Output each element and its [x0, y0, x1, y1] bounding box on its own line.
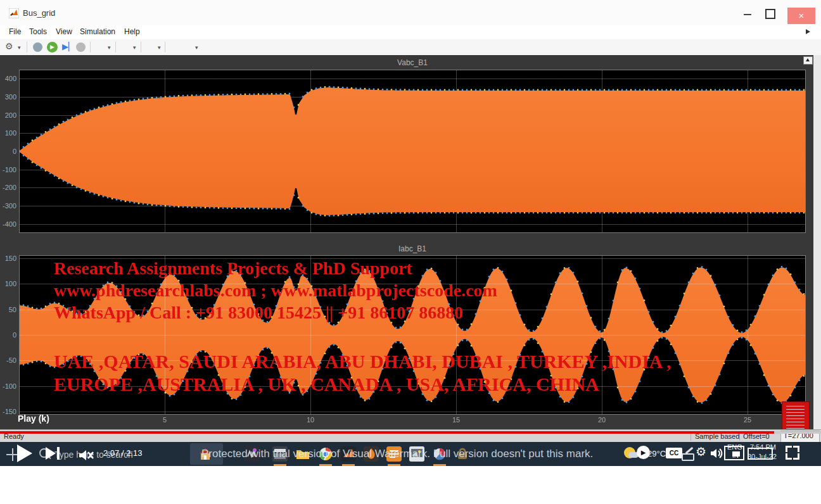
video-progress-bar[interactable]: [0, 431, 774, 434]
video-next-button-bar[interactable]: [57, 447, 60, 460]
x-tick-label: 25: [740, 416, 755, 424]
screen: Bus_grid × File Tools View Simulation He…: [0, 0, 821, 504]
y-tick-label: 0: [0, 148, 16, 155]
fullscreen-button-icon[interactable]: [786, 446, 799, 460]
minimize-button[interactable]: [735, 5, 760, 22]
settings-caret-icon[interactable]: ▾: [18, 44, 21, 51]
matlab-app-icon: [9, 8, 19, 18]
speaker-icon[interactable]: [710, 447, 725, 460]
y-tick-label: 100: [0, 280, 16, 287]
y-tick-label: -50: [0, 356, 16, 364]
y-tick-label: 150: [0, 255, 16, 262]
watermark-line: WhatsApp / Call : +91 83000 15425 || +91…: [54, 303, 463, 323]
y-tick-label: 400: [0, 75, 16, 82]
subtitles-cc-button[interactable]: CC: [666, 448, 682, 458]
step-forward-icon[interactable]: ▶▏: [62, 42, 75, 51]
visual-watermark-text: Protected with trial version of Visual W…: [201, 448, 593, 460]
step-back-icon[interactable]: [33, 42, 42, 52]
y-tick-label: -400: [0, 220, 16, 228]
y-tick-label: -100: [0, 166, 16, 173]
window-title: Bus_grid: [23, 8, 55, 18]
zoom-caret-icon[interactable]: ▾: [133, 44, 136, 51]
y-tick-label: -200: [0, 184, 16, 191]
scope-right-margin: [813, 55, 821, 429]
y-tick-label: 50: [0, 306, 16, 313]
y-tick-label: -150: [0, 408, 16, 415]
video-next-button[interactable]: [46, 447, 56, 460]
close-button[interactable]: ×: [787, 8, 815, 24]
fit-caret-icon[interactable]: ▾: [158, 44, 161, 51]
menubar: File Tools View Simulation Help: [0, 25, 821, 40]
y-tick-label: -100: [0, 382, 16, 390]
x-tick-label: 5: [157, 416, 172, 424]
y-tick-label: -300: [0, 202, 16, 210]
miniplayer-button-fill: [732, 451, 740, 457]
y-tick-label: 300: [0, 93, 16, 101]
settings-gear-icon[interactable]: ⚙: [5, 41, 13, 51]
watermark-line: UAE ,QATAR, SAUDI ARABIA, ABU DHABI, DUB…: [54, 351, 671, 372]
menu-overflow-icon[interactable]: [806, 29, 810, 34]
play-hint-overlay: Play (k): [18, 413, 49, 424]
plot-title-vabc: Vabc_B1: [19, 58, 806, 67]
watermark-stamp: [782, 401, 810, 433]
maximize-button[interactable]: [765, 9, 775, 19]
video-time-display: 2:07 / 2:13: [103, 448, 142, 458]
plot-title-iabc: Iabc_B1: [19, 244, 806, 253]
simulate-caret-icon[interactable]: ▾: [108, 44, 111, 51]
video-description-area: AUSTRALIA Analysis of Controller Bandwid…: [0, 466, 821, 504]
video-progress-remaining[interactable]: [774, 431, 821, 434]
video-play-button[interactable]: [17, 444, 32, 462]
y-tick-label: 100: [0, 129, 16, 137]
x-tick-label: 20: [594, 416, 609, 424]
run-icon[interactable]: ▶: [47, 42, 58, 53]
player-settings-gear-icon[interactable]: ⚙: [696, 444, 706, 459]
window-titlebar: Bus_grid ×: [0, 0, 821, 25]
y-tick-label: 0: [0, 331, 16, 339]
watermark-line: EUROPE ,AUSTRALIA , UK , CANADA , USA, A…: [54, 374, 599, 395]
menu-simulation[interactable]: Simulation: [80, 27, 115, 36]
x-tick-label: 15: [449, 416, 464, 424]
menu-file[interactable]: File: [9, 27, 21, 36]
temperature-label[interactable]: 29°C: [647, 449, 666, 458]
menu-tools[interactable]: Tools: [29, 27, 47, 36]
measurements-caret-icon[interactable]: ▾: [195, 44, 198, 51]
stop-icon[interactable]: [76, 42, 86, 52]
theater-mode-button-icon[interactable]: [748, 448, 773, 460]
close-icon: ×: [799, 10, 805, 21]
muted-speaker-icon[interactable]: [77, 448, 95, 463]
watermark-line: Research Assignments Projects & PhD Supp…: [54, 258, 412, 279]
watermark-line: www.phdresearchlabs.com ; www.matlabproj…: [54, 280, 497, 301]
scope-plot-vabc[interactable]: [19, 70, 806, 233]
toolbar: ⚙ ▾ ▶ ▶▏ ▾ ▾ ▾ ▾: [0, 39, 821, 56]
touch-keyboard-icon[interactable]: [682, 453, 694, 461]
dock-icon[interactable]: [803, 56, 813, 65]
y-tick-label: 200: [0, 111, 16, 119]
menu-help[interactable]: Help: [124, 27, 140, 36]
x-tick-label: 10: [303, 416, 318, 424]
menu-view[interactable]: View: [56, 27, 72, 36]
